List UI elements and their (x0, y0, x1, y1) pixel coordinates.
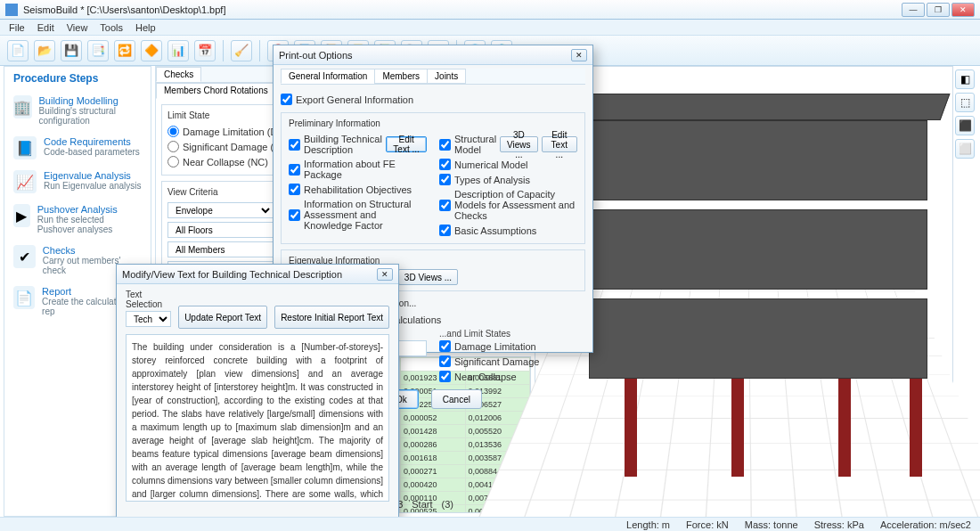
edit-text-button[interactable]: Edit Text ... (386, 136, 427, 152)
chk-ls-sd[interactable]: Significant Damage (439, 354, 585, 369)
menu-view[interactable]: View (61, 20, 94, 35)
chk-capacity[interactable]: Description of Capacity Models for Asses… (439, 187, 577, 223)
menu-tools[interactable]: Tools (94, 20, 128, 35)
tool-icon[interactable]: ⬛ (955, 116, 975, 135)
sidebar-item[interactable]: 📈Eigenvalue AnalysisRun Eigenvalue analy… (4, 165, 151, 199)
app-icon (5, 4, 18, 16)
tool-icon[interactable]: ⬚ (955, 93, 975, 112)
chk-ls-dl[interactable]: Damage Limitation (439, 339, 585, 354)
update-report-button[interactable]: Update Report Text (178, 306, 267, 329)
building-slab (589, 120, 927, 200)
tab-joints[interactable]: Joints (427, 69, 466, 84)
building-slab (589, 209, 927, 290)
chk-assessment[interactable]: Information on Structural Assessment and… (289, 197, 427, 233)
toolbar-button[interactable]: 📊 (167, 40, 189, 61)
step-label: Eigenvalue Analysis (44, 170, 142, 181)
tab-members[interactable]: Members (374, 69, 428, 84)
toolbar-button[interactable]: 💾 (61, 40, 82, 61)
3d-views-eigen-button[interactable]: 3D Views ... (398, 269, 458, 285)
column-red (838, 379, 851, 477)
3d-viewport[interactable] (535, 66, 953, 517)
cancel-button[interactable]: Cancel (431, 389, 482, 409)
statusbar: Length: m Force: kN Mass: tonne Stress: … (0, 517, 980, 531)
menubar: FileEditViewToolsHelp (0, 20, 980, 36)
toolbar-button[interactable]: 📂 (34, 40, 55, 61)
step-icon: ▶ (13, 204, 30, 227)
column-red (731, 379, 744, 477)
combo-envelope[interactable]: Envelope (167, 202, 274, 218)
tab-general-info[interactable]: General Information (281, 69, 375, 84)
chk-building-desc[interactable]: Building Technical Description (289, 132, 382, 157)
dialog-title: Print-out Options (279, 50, 353, 61)
restore-report-button[interactable]: Restore Initial Report Text (274, 306, 389, 329)
toolbar-button[interactable]: 🔁 (114, 40, 135, 61)
group-preliminary: Preliminary Information Building Technic… (281, 112, 585, 244)
tool-icon[interactable]: ⬜ (955, 139, 975, 159)
step-label: Checks (43, 245, 142, 256)
column-red (910, 379, 922, 477)
step-icon: 📄 (13, 286, 35, 309)
chk-rehab[interactable]: Rehabilitation Objectives (289, 182, 427, 197)
maximize-button[interactable]: ❐ (927, 3, 950, 17)
close-button[interactable]: ✕ (951, 3, 975, 17)
toolbar-button[interactable]: 📑 (87, 40, 109, 61)
dialog-title: Modify/View Text for Building Technical … (122, 269, 342, 280)
step-label: Pushover Analysis (37, 204, 142, 215)
chk-numerical[interactable]: Numerical Model (439, 157, 577, 172)
chk-structural-model[interactable]: Structural Model (439, 132, 496, 157)
menu-help[interactable]: Help (130, 20, 161, 35)
tool-icon[interactable]: ◧ (955, 69, 975, 89)
step-icon: 📘 (13, 136, 37, 159)
edit-text-button-2[interactable]: Edit Text ... (542, 136, 577, 152)
chk-fe-package[interactable]: Information about FE Package (289, 157, 427, 182)
step-desc: Run Eigenvalue analysis (44, 181, 142, 191)
building-slab (589, 298, 927, 379)
window-title: SeismoBuild * [C:\Users\santon\Desktop\1… (23, 4, 902, 15)
minimize-button[interactable]: — (902, 3, 925, 17)
dialog-modify-text: Modify/View Text for Building Technical … (116, 264, 399, 519)
chk-export-general[interactable]: Export General Information (281, 92, 585, 107)
step-desc: Building's structural configuration (39, 106, 143, 126)
toolbar-button[interactable]: 📄 (7, 40, 29, 61)
toolbar-button[interactable]: 🔶 (141, 40, 162, 61)
toolbar-button[interactable]: 📅 (194, 40, 216, 61)
tab-chord-rotations[interactable]: Members Chord Rotations (156, 83, 276, 99)
column-red (625, 379, 637, 477)
step-desc: Code-based parameters (44, 147, 140, 157)
titlebar: SeismoBuild * [C:\Users\santon\Desktop\1… (0, 0, 980, 20)
toolbar-button[interactable]: 🧹 (231, 40, 252, 61)
description-textarea[interactable] (126, 334, 389, 502)
step-icon: ✔ (13, 245, 36, 268)
step-desc: Run the selected Pushover analyses (37, 215, 142, 234)
step-icon: 🏢 (13, 95, 32, 118)
text-selection-combo[interactable]: Technical Description (126, 311, 171, 327)
step-label: Code Requirements (44, 136, 140, 147)
sidebar-item[interactable]: 🏢Building ModellingBuilding's structural… (4, 90, 151, 131)
sidebar-item[interactable]: ▶Pushover AnalysisRun the selected Pusho… (4, 199, 151, 240)
tab-checks[interactable]: Checks (156, 67, 201, 82)
3d-views-button[interactable]: 3D Views ... (500, 136, 538, 152)
building-roof (567, 94, 951, 120)
menu-file[interactable]: File (4, 20, 30, 35)
sidebar-item[interactable]: 📘Code RequirementsCode-based parameters (4, 131, 151, 165)
step-icon: 📈 (13, 170, 37, 193)
chk-ls-nc[interactable]: Near Collapse (439, 369, 585, 384)
close-icon[interactable]: ✕ (571, 49, 587, 61)
sidebar-heading: Procedure Steps (4, 67, 151, 90)
right-toolbar: ◧ ⬚ ⬛ ⬜ (955, 66, 976, 162)
chk-basic[interactable]: Basic Assumptions (439, 223, 577, 238)
chk-types[interactable]: Types of Analysis (439, 172, 577, 187)
menu-edit[interactable]: Edit (32, 20, 60, 35)
close-icon[interactable]: ✕ (377, 268, 393, 281)
step-label: Building Modelling (39, 95, 143, 106)
